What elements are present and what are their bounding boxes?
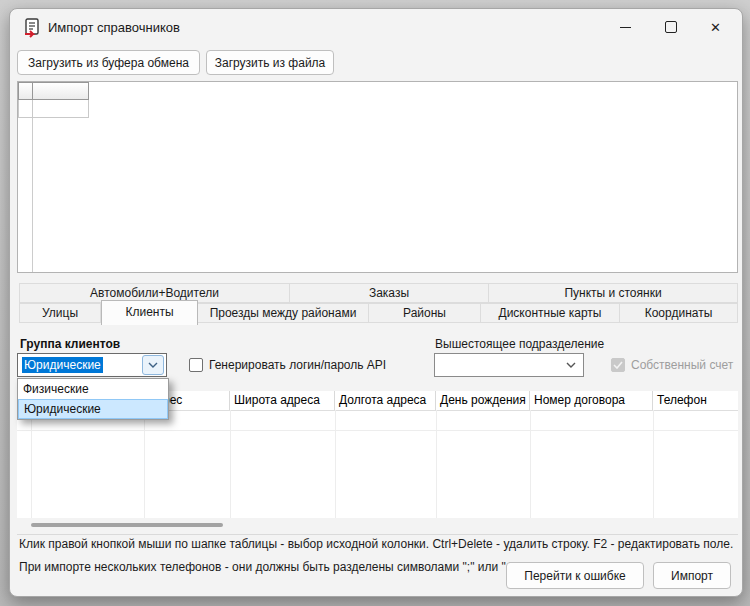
dropdown-option-individuals[interactable]: Физические — [18, 379, 168, 399]
table-usage-hint: Клик правой кнопкой мыши по шапке таблиц… — [19, 537, 733, 551]
tab-orders[interactable]: Заказы — [290, 283, 489, 303]
window-controls: ✕ — [603, 11, 738, 43]
client-group-label: Группа клиентов — [20, 337, 120, 351]
titlebar[interactable]: Импорт справочников ✕ — [10, 9, 742, 47]
chevron-down-icon — [148, 362, 158, 368]
maximize-icon — [665, 21, 677, 33]
source-data-grid[interactable] — [17, 81, 738, 273]
table-column-contract-number[interactable]: Номер договора — [530, 391, 653, 410]
own-account-checkbox — [611, 358, 625, 372]
import-button[interactable]: Импорт — [653, 562, 731, 589]
client-group-combobox[interactable]: Юридические — [17, 353, 167, 377]
tab-discount-cards[interactable]: Дисконтные карты — [481, 303, 620, 323]
tab-clients[interactable]: Клиенты — [101, 300, 198, 325]
column-gridline — [653, 410, 654, 518]
tab-districts[interactable]: Районы — [369, 303, 481, 323]
own-account-label: Собственный счет — [631, 358, 733, 372]
footer-divider — [17, 534, 738, 535]
load-from-clipboard-button[interactable]: Загрузить из буфера обмена — [17, 50, 200, 75]
combobox-dropdown-button[interactable] — [561, 356, 581, 374]
column-gridline — [436, 410, 437, 518]
close-button[interactable]: ✕ — [693, 11, 738, 43]
import-dialog-window: Импорт справочников ✕ Загрузить из буфер… — [9, 8, 743, 597]
column-gridline — [31, 410, 32, 518]
goto-error-button[interactable]: Перейти к ошибке — [506, 562, 644, 589]
tab-coordinates[interactable]: Координаты — [620, 303, 738, 323]
import-document-icon — [23, 18, 41, 38]
grid-row-header-cell — [18, 100, 33, 118]
generate-api-login-checkbox-row[interactable]: Генерировать логин/пароль API — [189, 358, 386, 372]
tab-strip-row-2: Улицы Клиенты Проезды между районами Рай… — [19, 303, 738, 323]
table-column-birthday[interactable]: День рождения — [436, 391, 530, 410]
horizontal-scrollbar-thumb[interactable] — [31, 523, 223, 527]
load-from-file-button[interactable]: Загрузить из файла — [206, 50, 334, 75]
table-column-longitude[interactable]: Долгота адреса — [335, 391, 436, 410]
close-icon: ✕ — [710, 21, 721, 34]
phone-import-hint: При импорте нескольких телефонов - они д… — [19, 560, 513, 574]
tab-routes-between-districts[interactable]: Проезды между районами — [198, 303, 369, 323]
parent-division-value — [439, 364, 443, 366]
column-gridline — [530, 410, 531, 518]
minimize-icon — [620, 27, 631, 28]
combobox-dropdown-button[interactable] — [142, 355, 164, 375]
grid-header-cell — [33, 82, 89, 100]
check-icon — [613, 361, 623, 369]
column-gridline — [230, 410, 231, 518]
tab-points-parkings[interactable]: Пункты и стоянки — [489, 283, 738, 303]
generate-api-login-checkbox[interactable] — [189, 358, 203, 372]
column-gridline — [144, 410, 145, 518]
grid-corner-cell — [18, 82, 33, 100]
own-account-checkbox-row: Собственный счет — [611, 358, 733, 372]
parent-division-label: Вышестоящее подразделение — [435, 337, 604, 351]
minimize-button[interactable] — [603, 11, 648, 43]
tab-streets[interactable]: Улицы — [19, 303, 101, 323]
dropdown-option-legal-entities[interactable]: Юридические — [18, 399, 168, 419]
table-column-phone[interactable]: Телефон — [653, 391, 738, 410]
parent-division-combobox[interactable] — [434, 353, 584, 377]
generate-api-login-label: Генерировать логин/пароль API — [209, 358, 386, 372]
maximize-button[interactable] — [648, 11, 693, 43]
chevron-down-icon — [566, 362, 576, 368]
row-gridline — [17, 430, 738, 431]
desktop-background: Импорт справочников ✕ Загрузить из буфер… — [0, 0, 750, 606]
source-grid-cells — [18, 82, 89, 118]
grid-cell — [33, 100, 89, 118]
window-title: Импорт справочников — [48, 20, 180, 35]
table-column-latitude[interactable]: Широта адреса — [230, 391, 335, 410]
source-grid-header-row — [18, 82, 89, 100]
column-gridline — [335, 410, 336, 518]
import-table-body[interactable] — [17, 410, 738, 518]
horizontal-scrollbar[interactable] — [17, 520, 738, 530]
client-group-value: Юридические — [22, 357, 103, 373]
client-group-dropdown-list: Физические Юридические — [17, 378, 169, 420]
source-grid-row — [18, 100, 89, 118]
